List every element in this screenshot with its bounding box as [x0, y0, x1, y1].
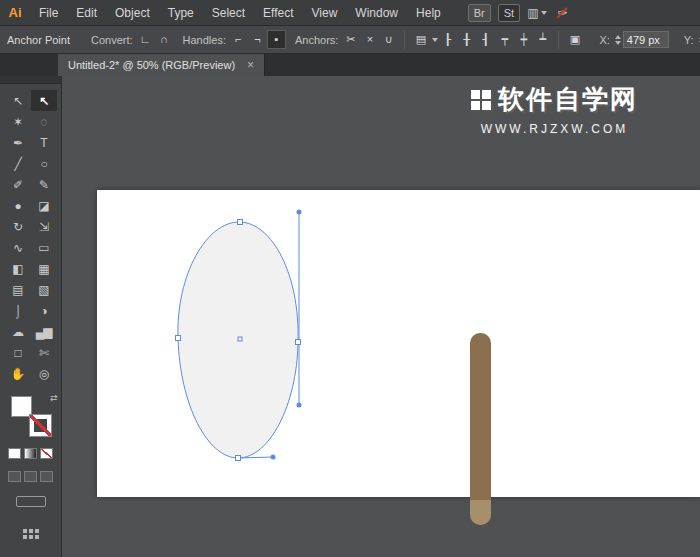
handle-dot-bottom[interactable] [297, 403, 302, 408]
tool-grid: ↖↖✶◌✒T╱○✐✎●◪↻⇲∿▭◧▦▤▧⌡◑☁▄▆□✄✋◎ [0, 84, 61, 384]
handle-dot-top[interactable] [297, 210, 302, 215]
align-right-icon[interactable]: ┨ [476, 30, 495, 49]
scale-tool[interactable]: ⇲ [31, 216, 57, 237]
swap-fill-stroke-icon[interactable]: ⇄ [50, 394, 58, 403]
handle-style-icon[interactable]: ▪ [267, 30, 286, 49]
x-input[interactable] [623, 31, 669, 48]
menu-item-type[interactable]: Type [159, 0, 203, 26]
color-button[interactable] [8, 448, 21, 459]
anchor-right[interactable] [296, 340, 301, 345]
menu-item-file[interactable]: File [30, 0, 67, 26]
ellipse-tool[interactable]: ○ [31, 153, 57, 174]
shape-builder-tool[interactable]: ◧ [5, 258, 31, 279]
show-handles-icon[interactable]: ⌐ [229, 30, 248, 49]
remove-anchor-icon[interactable]: × [360, 30, 379, 49]
anchor-left[interactable] [176, 336, 181, 341]
stepper-up-icon[interactable] [615, 35, 621, 39]
document-tab-bar: Untitled-2* @ 50% (RGB/Preview) × [0, 54, 700, 76]
blob-brush-tool[interactable]: ● [5, 195, 31, 216]
brush-disabled-icon[interactable]: ✑ [554, 5, 570, 21]
menubar-right-group: Br St ▥ ✑ [468, 4, 571, 22]
menu-item-effect[interactable]: Effect [254, 0, 302, 26]
workspace-grid-icon: ▥ [527, 6, 538, 20]
artboard-tool[interactable]: □ [5, 342, 31, 363]
free-transform-tool[interactable]: ▭ [31, 237, 57, 258]
stick-body[interactable] [470, 333, 491, 500]
workspace-switcher[interactable]: ▥ [527, 6, 547, 20]
type-tool[interactable]: T [31, 132, 57, 153]
document-options-dropdown[interactable]: ▤ [411, 30, 438, 49]
anchor-bottom[interactable] [236, 456, 241, 461]
lasso-tool[interactable]: ◌ [31, 111, 57, 132]
x-field-group: X: [590, 31, 668, 48]
draw-behind-button[interactable] [24, 471, 37, 482]
symbol-sprayer-tool[interactable]: ☁ [5, 321, 31, 342]
anchor-top[interactable] [238, 220, 243, 225]
y-label: Y: [684, 34, 694, 46]
app-logo: Ai [0, 5, 30, 20]
align-bottom-icon[interactable]: ┷ [533, 30, 552, 49]
align-left-icon[interactable]: ┠ [438, 30, 457, 49]
tools-panel-header[interactable] [0, 76, 61, 84]
width-tool[interactable]: ∿ [5, 237, 31, 258]
blend-tool[interactable]: ◑ [31, 300, 57, 321]
magic-wand-tool[interactable]: ✶ [5, 111, 31, 132]
align-v-center-icon[interactable]: ┿ [514, 30, 533, 49]
stick-tip[interactable] [470, 500, 491, 525]
hand-tool[interactable]: ✋ [5, 363, 31, 384]
selection-tool[interactable]: ↖ [5, 90, 31, 111]
document-options-icon: ▤ [411, 30, 430, 49]
control-bar-title: Anchor Point [7, 34, 70, 46]
menu-item-window[interactable]: Window [346, 0, 407, 26]
x-stepper[interactable] [615, 35, 621, 45]
line-segment-tool[interactable]: ╱ [5, 153, 31, 174]
canvas-area[interactable] [62, 76, 700, 557]
menu-item-edit[interactable]: Edit [67, 0, 106, 26]
cut-path-icon[interactable]: ✂ [341, 30, 360, 49]
perspective-grid-tool[interactable]: ▦ [31, 258, 57, 279]
draw-inside-button[interactable] [40, 471, 53, 482]
screen-mode-button[interactable] [16, 496, 46, 507]
connect-path-icon[interactable]: ∪ [379, 30, 398, 49]
eyedropper-tool[interactable]: ⌡ [5, 300, 31, 321]
stroke-swatch[interactable] [30, 415, 51, 436]
paintbrush-tool[interactable]: ✐ [5, 174, 31, 195]
none-button[interactable] [40, 448, 53, 459]
zoom-tool[interactable]: ◎ [31, 363, 57, 384]
menu-item-object[interactable]: Object [106, 0, 159, 26]
slice-tool[interactable]: ✄ [31, 342, 57, 363]
fill-swatch[interactable] [11, 396, 32, 417]
menu-item-select[interactable]: Select [203, 0, 254, 26]
convert-to-corner-icon[interactable]: ∟ [136, 30, 155, 49]
pen-tool[interactable]: ✒ [5, 132, 31, 153]
gradient-tool[interactable]: ▧ [31, 279, 57, 300]
stroke-none-slash-icon [30, 415, 51, 436]
mesh-tool[interactable]: ▤ [5, 279, 31, 300]
direct-selection-tool[interactable]: ↖ [31, 90, 57, 111]
st-button[interactable]: St [498, 4, 520, 22]
menu-item-view[interactable]: View [303, 0, 347, 26]
handle-dot-right[interactable] [271, 455, 276, 460]
rotate-tool[interactable]: ↻ [5, 216, 31, 237]
align-top-icon[interactable]: ┯ [495, 30, 514, 49]
document-tab[interactable]: Untitled-2* @ 50% (RGB/Preview) × [58, 54, 265, 76]
edit-toolbar-icon[interactable] [23, 529, 39, 539]
convert-to-smooth-icon[interactable]: ∩ [155, 30, 174, 49]
separator [558, 31, 559, 49]
draw-normal-button[interactable] [8, 471, 21, 482]
stick-shape[interactable] [470, 333, 491, 525]
tools-panel: ↖↖✶◌✒T╱○✐✎●◪↻⇲∿▭◧▦▤▧⌡◑☁▄▆□✄✋◎ ⇄ [0, 76, 62, 557]
br-button[interactable]: Br [468, 4, 491, 22]
stepper-down-icon[interactable] [615, 41, 621, 45]
drawing-modes-row [0, 471, 61, 482]
transform-reference-icon[interactable]: ▣ [565, 30, 584, 49]
gradient-button[interactable] [24, 448, 37, 459]
tab-close-icon[interactable]: × [247, 58, 254, 72]
menu-item-help[interactable]: Help [407, 0, 450, 26]
pencil-tool[interactable]: ✎ [31, 174, 57, 195]
hide-handles-icon[interactable]: ¬ [248, 30, 267, 49]
eraser-tool[interactable]: ◪ [31, 195, 57, 216]
align-h-center-icon[interactable]: ╂ [457, 30, 476, 49]
column-graph-tool[interactable]: ▄▆ [31, 321, 57, 342]
control-group-label: Convert: [91, 34, 133, 46]
